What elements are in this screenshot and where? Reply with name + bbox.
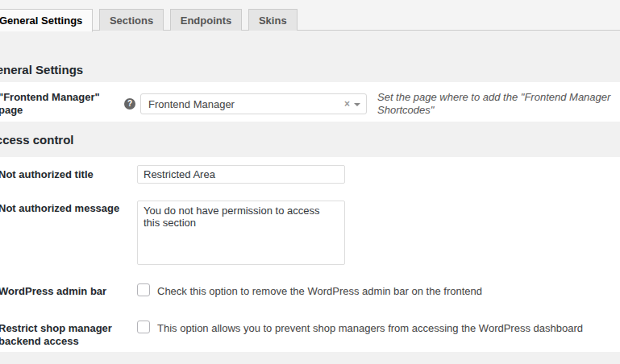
wordpress-admin-bar-checkbox[interactable] [137,283,150,296]
tab-endpoints[interactable]: Endpoints [170,9,243,31]
restrict-shop-manager-checkbox[interactable] [137,321,150,333]
settings-page: General Settings Sections Endpoints Skin… [0,0,620,364]
not-authorized-message-row: Not authorized message You do not have p… [0,201,620,265]
tab-sections[interactable]: Sections [99,9,164,31]
wordpress-admin-bar-label: WordPress admin bar [0,283,137,298]
not-authorized-message-label: Not authorized message [0,201,137,215]
not-authorized-title-row: Not authorized title [0,165,620,184]
restrict-shop-manager-description[interactable]: This option allows you to prevent shop m… [157,321,583,335]
clear-selection-icon[interactable]: × [344,99,350,109]
tab-bar: General Settings Sections Endpoints Skin… [0,0,620,31]
not-authorized-message-textarea[interactable]: You do not have permission to access thi… [137,201,345,265]
chevron-down-icon[interactable] [354,103,360,110]
wordpress-admin-bar-description[interactable]: Check this option to remove the WordPres… [157,283,482,298]
frontend-page-select[interactable]: Frontend Manager × [140,93,367,114]
wordpress-admin-bar-row: WordPress admin bar Check this option to… [0,283,620,298]
frontend-page-label: "Frontend Manager" page [0,91,124,117]
section-access-content: Not authorized title Not authorized mess… [0,157,620,352]
tab-general-settings[interactable]: General Settings [0,9,93,32]
section-title-access-control: Access control [0,133,74,147]
restrict-shop-manager-label: Restrict shop manager backend access [0,321,137,348]
frontend-page-row: "Frontend Manager" page ? Frontend Manag… [0,91,620,117]
section-band-next [0,352,620,364]
frontend-page-select-value: Frontend Manager [148,98,235,110]
not-authorized-title-label: Not authorized title [0,168,137,181]
section-band-general: General Settings [0,31,620,82]
help-icon[interactable]: ? [124,98,135,110]
section-title-general-settings: General Settings [0,63,83,77]
section-general-content: "Frontend Manager" page ? Frontend Manag… [0,82,620,122]
not-authorized-title-input[interactable] [137,165,345,184]
restrict-shop-manager-row: Restrict shop manager backend access Thi… [0,321,620,348]
frontend-page-description: Set the page where to add the "Frontend … [377,91,620,117]
tab-skins[interactable]: Skins [248,9,298,31]
section-band-access-control: Access control [0,122,620,157]
